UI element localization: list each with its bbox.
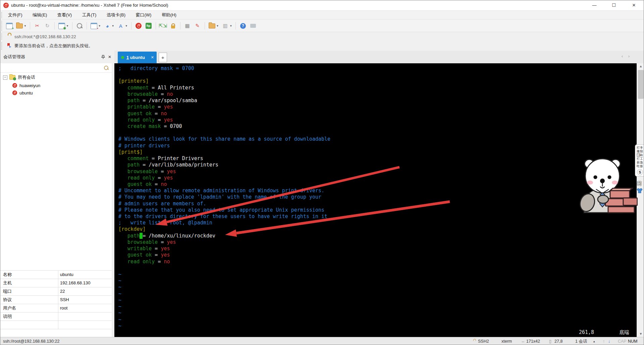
maximize-button[interactable]: ☐ xyxy=(606,0,622,10)
compose-pane-icon[interactable]: ▪▼ xyxy=(90,21,101,30)
terminal-text-segment: guest ok xyxy=(118,181,152,187)
find-icon[interactable] xyxy=(76,21,83,30)
scroll-up-icon[interactable]: ▲ xyxy=(637,63,644,69)
layout-icon[interactable]: ▥▼ xyxy=(222,21,232,30)
status-terminal-type[interactable]: xterm xyxy=(501,337,512,345)
terminal-text-segment: ; directory mask = 0700 xyxy=(118,65,194,71)
tree-item-all-sessions[interactable]: − 所有会话 xyxy=(3,74,35,81)
scroll-top-icon[interactable]: ↑ xyxy=(603,337,605,345)
sticker-banner-row: 打工 xyxy=(635,157,644,161)
proxy-globe-icon[interactable]: ◕▼ xyxy=(104,21,114,30)
session-dropdown-icon[interactable]: ▴ xyxy=(593,337,595,345)
property-value: ubuntu xyxy=(60,271,73,279)
info-bar: 要添加当前会话，点击左侧的箭头按钮。 xyxy=(0,41,644,51)
terminal-text-segment: ~ xyxy=(118,278,121,284)
open-session-icon[interactable]: ▼ xyxy=(16,21,26,30)
terminal-text-segment: path xyxy=(118,233,140,239)
highlight-pen-icon[interactable]: ✎ xyxy=(194,21,201,30)
search-icon[interactable] xyxy=(104,66,108,70)
sticker-banner[interactable]: 打手搬陪嫩砖打工损急吃饭S xyxy=(635,144,644,177)
new-session-icon[interactable]: + xyxy=(6,21,13,30)
menu-tools[interactable]: 工具(T) xyxy=(78,11,101,19)
terminal-line xyxy=(118,130,330,136)
tree-expander-icon[interactable]: − xyxy=(3,75,7,80)
session-properties-table: 名称 ubuntu 主机 192.168.68.130 端口 22 协议 SSH… xyxy=(0,270,112,329)
tree-item-ubuntu[interactable]: ubuntu xyxy=(12,89,33,96)
terminal-line: ~ xyxy=(118,278,330,284)
menu-file[interactable]: 文件(F) xyxy=(4,11,27,19)
connected-status-icon xyxy=(121,56,124,59)
xshell-icon[interactable] xyxy=(135,21,142,30)
terminal-buffer: ; directory mask = 0700[printers] commen… xyxy=(118,65,330,329)
pin-icon[interactable] xyxy=(100,54,106,60)
tab-scroll-left-icon[interactable]: ‹ xyxy=(622,54,623,59)
toolbar-separator xyxy=(54,22,55,29)
terminal-line: # Please note that you also need to set … xyxy=(118,207,330,213)
lock-screen-icon[interactable] xyxy=(169,21,177,30)
font-icon[interactable]: A▼ xyxy=(117,21,128,30)
disconnect-icon[interactable]: ✂ xyxy=(34,21,41,30)
new-tab-button[interactable]: + xyxy=(159,53,167,62)
menu-help[interactable]: 帮助(H) xyxy=(157,11,181,19)
table-row: 用户名 root xyxy=(0,304,112,312)
close-button[interactable]: ✕ xyxy=(626,0,642,10)
minimize-button[interactable]: — xyxy=(587,0,602,10)
menu-tabs[interactable]: 选项卡(B) xyxy=(102,11,130,19)
tab-scroll-right-icon[interactable]: › xyxy=(628,54,630,59)
terminal-text-segment: ; write list = root, @lpadmin xyxy=(118,220,212,226)
menu-edit[interactable]: 编辑(E) xyxy=(28,11,51,19)
status-terminal-size: 171x42 xyxy=(526,337,540,345)
shirt-icon[interactable] xyxy=(637,188,643,193)
session-properties-icon[interactable]: ✱▼ xyxy=(58,21,69,30)
tab-close-icon[interactable]: ✕ xyxy=(151,55,154,60)
terminal-text-segment: [print$] xyxy=(118,149,143,155)
toolbar-separator xyxy=(131,22,131,29)
sticker-banner-row: 吃饭 xyxy=(635,164,644,168)
terminal-scrollbar[interactable]: ▲ ▼ xyxy=(637,63,644,337)
terminal-line: ~ xyxy=(118,297,330,303)
terminal-text-segment: = xyxy=(155,104,164,110)
status-session-count[interactable]: 1 会话 xyxy=(575,337,587,345)
session-label[interactable]: ubuntu xyxy=(19,90,33,95)
terminal-text-segment: = xyxy=(152,111,161,117)
terminal-line: path = /var/spool/samba xyxy=(118,97,330,104)
terminal-line: # printer drivers xyxy=(118,143,330,149)
status-encryption[interactable]: SSH2 xyxy=(478,337,489,345)
new-folder-icon[interactable]: ▼ xyxy=(208,21,219,30)
scrollbar-thumb[interactable] xyxy=(638,70,644,99)
scroll-bottom-icon[interactable]: ↓ xyxy=(608,337,610,345)
message-board-icon[interactable] xyxy=(249,21,257,30)
toolbar-separator xyxy=(205,22,205,29)
tool-bar: +▼✂↻✱▼▪▼◕▼A▼ftp⇱⇲▦✎▼▥▼? xyxy=(0,19,644,32)
terminal-line: guest ok = no xyxy=(118,111,330,117)
tab-bar: 1 ubuntu ✕ + ‹ › xyxy=(114,51,644,63)
reconnect-icon[interactable]: ↻ xyxy=(44,21,51,30)
session-search-input[interactable] xyxy=(0,63,112,73)
address-url[interactable]: ssh://root:*@192.168.68.130:22 xyxy=(14,32,76,41)
xftp-icon[interactable]: ftp xyxy=(145,21,152,30)
terminal-line: # to the drivers directory for these use… xyxy=(118,213,330,220)
menu-view[interactable]: 查看(V) xyxy=(53,11,76,19)
help-icon[interactable]: ? xyxy=(239,21,247,30)
panel-splitter[interactable] xyxy=(112,51,114,337)
fullscreen-icon[interactable]: ⇱⇲ xyxy=(159,21,167,30)
toolbar-separator xyxy=(235,22,236,29)
terminal-text-segment: ~ xyxy=(118,317,121,323)
tree-item-huaweiyun[interactable]: huaweiyun xyxy=(12,82,40,89)
session-label[interactable]: huaweiyun xyxy=(19,83,40,88)
status-bar: ssh://root@192.168.68.130:22 SSH2 xterm … xyxy=(0,337,644,345)
tree-root-label[interactable]: 所有会话 xyxy=(18,74,35,80)
terminal-text-segment: ~ xyxy=(118,323,121,329)
terminal[interactable]: ; directory mask = 0700[printers] commen… xyxy=(114,63,637,337)
tab-ubuntu[interactable]: 1 ubuntu ✕ xyxy=(118,52,157,63)
menu-window[interactable]: 窗口(W) xyxy=(131,11,156,19)
terminal-text-segment: ~ xyxy=(118,303,121,309)
scroll-down-icon[interactable]: ▼ xyxy=(637,331,644,337)
terminal-text-segment: browseable xyxy=(118,91,158,97)
terminal-text-segment: ~ xyxy=(118,284,121,290)
terminal-text-segment: # Please note that you also need to set … xyxy=(118,207,324,213)
terminal-text-segment: yes xyxy=(167,239,176,245)
virtual-keyboard-icon[interactable]: ▦ xyxy=(184,21,191,30)
terminal-text-segment: = xyxy=(155,259,164,265)
terminal-text-segment: [rockdev] xyxy=(118,226,146,232)
